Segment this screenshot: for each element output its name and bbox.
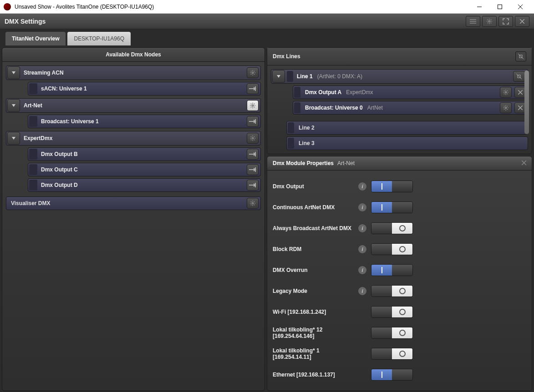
drag-handle[interactable]	[29, 149, 37, 160]
svg-line-36	[516, 74, 522, 79]
assign-button[interactable]	[247, 149, 259, 160]
line-label: Line 1	[294, 73, 313, 80]
info-icon[interactable]: i	[358, 182, 366, 191]
tab-titannet-overview[interactable]: TitanNet Overview	[5, 32, 66, 45]
node-item[interactable]: Broadcast: Universe 1	[28, 115, 261, 128]
property-row: Dmx Output i	[273, 176, 526, 197]
assign-button[interactable]	[247, 164, 259, 175]
pin-button[interactable]	[513, 71, 525, 82]
info-icon[interactable]: i	[358, 245, 366, 253]
property-label: Block RDM	[273, 246, 358, 252]
group-label: ExpertDmx	[21, 135, 245, 141]
drag-handle[interactable]	[288, 138, 294, 149]
property-toggle[interactable]	[371, 285, 413, 297]
gear-icon[interactable]	[247, 67, 259, 78]
svg-point-11	[252, 72, 254, 74]
drag-handle[interactable]	[287, 71, 293, 82]
output-label: Broadcast: Universe 0	[301, 105, 363, 111]
header-close-button[interactable]	[515, 16, 529, 27]
property-label: Ethernet [192.168.1.137]	[273, 372, 358, 378]
property-toggle[interactable]	[371, 181, 413, 192]
assign-button[interactable]	[247, 116, 259, 127]
close-window-button[interactable]	[510, 0, 530, 14]
info-icon[interactable]: i	[358, 266, 366, 274]
page-header: DMX Settings	[0, 14, 534, 29]
line-item[interactable]: Line 3	[286, 136, 528, 150]
drag-handle[interactable]	[29, 83, 37, 94]
property-toggle[interactable]	[371, 327, 413, 339]
node-item[interactable]: Visualiser DMX	[6, 196, 261, 210]
pin-button[interactable]	[515, 51, 526, 61]
svg-line-33	[518, 54, 524, 59]
drag-handle[interactable]	[294, 102, 300, 113]
property-label: Continuous ArtNet DMX	[273, 204, 358, 211]
assign-button[interactable]	[247, 83, 259, 94]
svg-point-7	[488, 20, 490, 22]
line-output[interactable]: Broadcast: Universe 0 ArtNet	[293, 101, 528, 115]
assign-button[interactable]	[247, 180, 259, 191]
line-head: Line 1 (ArtNet: 0 DMX: A)	[271, 69, 528, 84]
node-label: Broadcast: Universe 1	[38, 118, 245, 125]
info-icon[interactable]: i	[358, 203, 366, 211]
line-label: Line 3	[295, 140, 528, 146]
svg-point-16	[252, 105, 254, 106]
header-menu-button[interactable]	[466, 16, 480, 27]
line-sublabel: (ArtNet: 0 DMX: A)	[313, 73, 511, 80]
header-settings-button[interactable]	[482, 16, 497, 27]
header-expand-button[interactable]	[498, 16, 513, 27]
gear-icon[interactable]	[500, 87, 512, 98]
svg-marker-34	[277, 75, 280, 78]
property-label: Lokal tilkobling* 1 [169.254.14.11]	[273, 347, 358, 360]
line-output[interactable]: Dmx Output A ExpertDmx	[293, 85, 528, 99]
output-label: Dmx Output A	[301, 89, 341, 95]
expand-button[interactable]	[272, 70, 285, 83]
node-item[interactable]: Dmx Output C	[28, 163, 261, 176]
output-module: ArtNet	[363, 105, 498, 111]
svg-point-21	[252, 137, 254, 139]
drag-handle[interactable]	[29, 180, 37, 191]
node-item[interactable]: Dmx Output D	[28, 178, 261, 192]
gear-icon[interactable]	[247, 133, 259, 144]
node-item[interactable]: sACN: Universe 1	[28, 82, 261, 95]
drag-handle[interactable]	[294, 87, 300, 98]
svg-point-37	[505, 91, 507, 93]
property-row: Block RDM i	[273, 239, 526, 260]
app-icon	[4, 3, 11, 10]
props-close-button[interactable]	[522, 160, 526, 166]
gear-icon[interactable]	[500, 102, 512, 113]
property-toggle[interactable]	[371, 264, 413, 276]
svg-point-31	[252, 202, 254, 204]
scrollbar[interactable]	[524, 70, 529, 134]
property-toggle[interactable]	[371, 306, 413, 318]
expand-button[interactable]	[7, 66, 20, 79]
node-item[interactable]: Dmx Output B	[28, 147, 261, 161]
module-properties-panel: Dmx Module Properties Art-Net Dmx Output…	[267, 156, 532, 391]
expand-button[interactable]	[7, 132, 20, 145]
gear-icon[interactable]	[247, 198, 259, 209]
property-toggle[interactable]	[371, 222, 413, 234]
window-title: Unsaved Show - Avolites TitanOne (DESKTO…	[15, 4, 469, 10]
property-label: Wi-Fi [192.168.1.242]	[273, 309, 358, 315]
svg-marker-15	[12, 104, 15, 107]
info-icon[interactable]: i	[358, 287, 366, 295]
maximize-button[interactable]	[489, 0, 510, 14]
property-toggle[interactable]	[371, 348, 413, 360]
gear-icon[interactable]	[247, 100, 259, 111]
property-toggle[interactable]	[371, 243, 413, 255]
expand-button[interactable]	[7, 99, 20, 112]
tab-desktop[interactable]: DESKTOP-IU1A96Q	[67, 32, 130, 45]
drag-handle[interactable]	[288, 122, 294, 133]
line-item[interactable]: Line 2	[286, 121, 528, 135]
drag-handle[interactable]	[29, 164, 37, 175]
minimize-button[interactable]	[469, 0, 489, 14]
property-row: Lokal tilkobling* 12 [169.254.64.146]	[273, 322, 526, 343]
available-nodes-title: Available Dmx Nodes	[8, 51, 259, 58]
drag-handle[interactable]	[29, 116, 37, 127]
props-subtitle: Art-Net	[334, 160, 522, 166]
info-icon[interactable]: i	[358, 224, 366, 232]
tabs: TitanNet Overview DESKTOP-IU1A96Q	[0, 29, 534, 45]
group-label: Streaming ACN	[21, 70, 245, 76]
property-label: Lokal tilkobling* 12 [169.254.64.146]	[273, 327, 358, 339]
property-toggle[interactable]	[371, 369, 413, 381]
property-toggle[interactable]	[371, 201, 413, 213]
